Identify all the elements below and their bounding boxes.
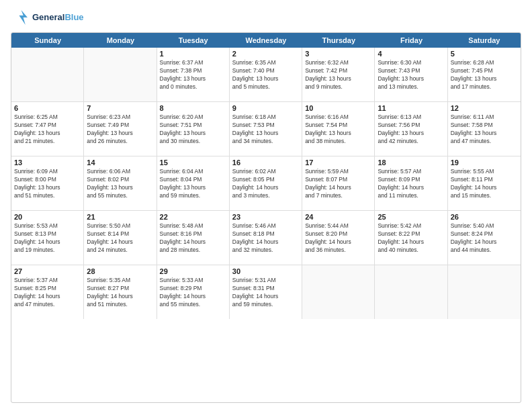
day-number: 14 <box>87 158 153 167</box>
day-number: 12 <box>451 104 518 112</box>
cell-text: Sunset: 7:40 PM <box>232 67 299 75</box>
cell-text: Daylight: 14 hours <box>160 238 226 246</box>
day-number: 8 <box>160 104 226 112</box>
cell-text: Sunset: 7:51 PM <box>160 122 226 130</box>
day-number: 13 <box>14 158 81 167</box>
calendar-cell: 23Sunrise: 5:46 AMSunset: 8:18 PMDayligh… <box>230 211 302 265</box>
cell-text: Daylight: 13 hours <box>160 184 226 192</box>
cell-text: Sunrise: 6:25 AM <box>14 113 81 122</box>
calendar-cell: 11Sunrise: 6:13 AMSunset: 7:56 PMDayligh… <box>375 102 447 156</box>
header-day-sunday: Sunday <box>11 33 84 48</box>
day-number: 7 <box>87 104 153 112</box>
cell-text: Daylight: 13 hours <box>451 75 518 83</box>
cell-text: Daylight: 13 hours <box>87 184 153 192</box>
day-number: 29 <box>160 267 226 275</box>
day-number: 10 <box>305 104 371 112</box>
calendar-cell: 6Sunrise: 6:25 AMSunset: 7:47 PMDaylight… <box>11 102 84 156</box>
calendar-cell: 8Sunrise: 6:20 AMSunset: 7:51 PMDaylight… <box>157 102 230 156</box>
day-number: 16 <box>232 158 299 167</box>
calendar-cell: 24Sunrise: 5:44 AMSunset: 8:20 PMDayligh… <box>302 211 375 265</box>
day-number: 26 <box>451 213 518 221</box>
cell-text: Sunset: 8:14 PM <box>87 230 153 238</box>
cell-text: Sunrise: 5:31 AM <box>232 277 299 285</box>
calendar-row: 6Sunrise: 6:25 AMSunset: 7:47 PMDaylight… <box>11 102 521 156</box>
calendar-cell: 9Sunrise: 6:18 AMSunset: 7:53 PMDaylight… <box>230 102 302 156</box>
calendar-cell: 21Sunrise: 5:50 AMSunset: 8:14 PMDayligh… <box>84 211 157 265</box>
cell-text: Sunrise: 5:42 AM <box>378 222 444 230</box>
header-day-wednesday: Wednesday <box>230 33 302 48</box>
calendar-cell: 5Sunrise: 6:28 AMSunset: 7:45 PMDaylight… <box>448 48 521 101</box>
logo: GeneralBlue <box>11 8 84 27</box>
cell-text: Daylight: 14 hours <box>87 293 153 301</box>
cell-text: Sunrise: 6:11 AM <box>451 113 518 122</box>
cell-text: Sunrise: 6:13 AM <box>378 113 444 122</box>
day-number: 20 <box>14 213 81 221</box>
cell-text: and 5 minutes. <box>232 83 299 91</box>
cell-text: and 59 minutes. <box>160 192 226 200</box>
day-number: 27 <box>14 267 81 275</box>
calendar-cell: 16Sunrise: 6:02 AMSunset: 8:05 PMDayligh… <box>230 156 302 210</box>
cell-text: Daylight: 14 hours <box>14 238 81 246</box>
cell-text: and 44 minutes. <box>451 246 518 255</box>
cell-text: Sunrise: 5:35 AM <box>87 277 153 285</box>
cell-text: Daylight: 14 hours <box>451 184 518 192</box>
cell-text: Sunset: 8:29 PM <box>160 285 226 293</box>
cell-text: Daylight: 14 hours <box>14 293 81 301</box>
cell-text: and 30 minutes. <box>160 138 226 146</box>
cell-text: and 17 minutes. <box>451 83 518 91</box>
cell-text: Sunrise: 6:28 AM <box>451 59 518 67</box>
calendar-cell: 3Sunrise: 6:32 AMSunset: 7:42 PMDaylight… <box>302 48 375 101</box>
cell-text: Sunset: 8:22 PM <box>378 230 444 238</box>
header: GeneralBlue <box>11 8 521 27</box>
calendar-cell <box>84 48 157 101</box>
cell-text: Sunrise: 6:35 AM <box>232 59 299 67</box>
cell-text: Daylight: 13 hours <box>87 130 153 138</box>
cell-text: Daylight: 13 hours <box>160 130 226 138</box>
day-number: 9 <box>232 104 299 112</box>
cell-text: Sunrise: 5:33 AM <box>160 277 226 285</box>
header-day-thursday: Thursday <box>302 33 375 48</box>
cell-text: and 55 minutes. <box>160 301 226 309</box>
cell-text: Sunrise: 6:09 AM <box>14 168 81 176</box>
day-number: 6 <box>14 104 81 112</box>
calendar-cell: 28Sunrise: 5:35 AMSunset: 8:27 PMDayligh… <box>84 265 157 319</box>
day-number: 18 <box>378 158 444 167</box>
calendar-body: 1Sunrise: 6:37 AMSunset: 7:38 PMDaylight… <box>11 48 521 319</box>
cell-text: Sunset: 7:42 PM <box>305 67 371 75</box>
cell-text: Daylight: 14 hours <box>305 238 371 246</box>
day-number: 11 <box>378 104 444 112</box>
day-number: 21 <box>87 213 153 221</box>
cell-text: Sunset: 7:47 PM <box>14 122 81 130</box>
calendar: SundayMondayTuesdayWednesdayThursdayFrid… <box>11 32 521 403</box>
cell-text: Sunrise: 5:44 AM <box>305 222 371 230</box>
cell-text: and 11 minutes. <box>378 192 444 200</box>
cell-text: Daylight: 14 hours <box>160 293 226 301</box>
cell-text: Sunset: 8:09 PM <box>378 176 444 184</box>
calendar-cell: 2Sunrise: 6:35 AMSunset: 7:40 PMDaylight… <box>230 48 302 101</box>
cell-text: and 59 minutes. <box>232 301 299 309</box>
day-number: 4 <box>378 50 444 58</box>
cell-text: Sunset: 7:45 PM <box>451 67 518 75</box>
cell-text: and 3 minutes. <box>232 192 299 200</box>
cell-text: Daylight: 13 hours <box>378 130 444 138</box>
cell-text: and 47 minutes. <box>14 301 81 309</box>
day-number: 15 <box>160 158 226 167</box>
cell-text: Daylight: 13 hours <box>14 130 81 138</box>
day-number: 30 <box>232 267 299 275</box>
cell-text: Sunrise: 5:37 AM <box>14 277 81 285</box>
calendar-cell <box>302 265 375 319</box>
cell-text: Daylight: 13 hours <box>451 130 518 138</box>
day-number: 3 <box>305 50 371 58</box>
calendar-row: 27Sunrise: 5:37 AMSunset: 8:25 PMDayligh… <box>11 265 521 319</box>
cell-text: Sunset: 8:11 PM <box>451 176 518 184</box>
cell-text: Sunrise: 5:46 AM <box>232 222 299 230</box>
cell-text: Sunset: 8:31 PM <box>232 285 299 293</box>
header-day-saturday: Saturday <box>448 33 521 48</box>
day-number: 24 <box>305 213 371 221</box>
cell-text: Sunrise: 6:02 AM <box>232 168 299 176</box>
cell-text: Sunrise: 5:59 AM <box>305 168 371 176</box>
cell-text: Sunset: 8:00 PM <box>14 176 81 184</box>
cell-text: Sunset: 8:20 PM <box>305 230 371 238</box>
calendar-cell: 4Sunrise: 6:30 AMSunset: 7:43 PMDaylight… <box>375 48 447 101</box>
calendar-cell: 25Sunrise: 5:42 AMSunset: 8:22 PMDayligh… <box>375 211 447 265</box>
